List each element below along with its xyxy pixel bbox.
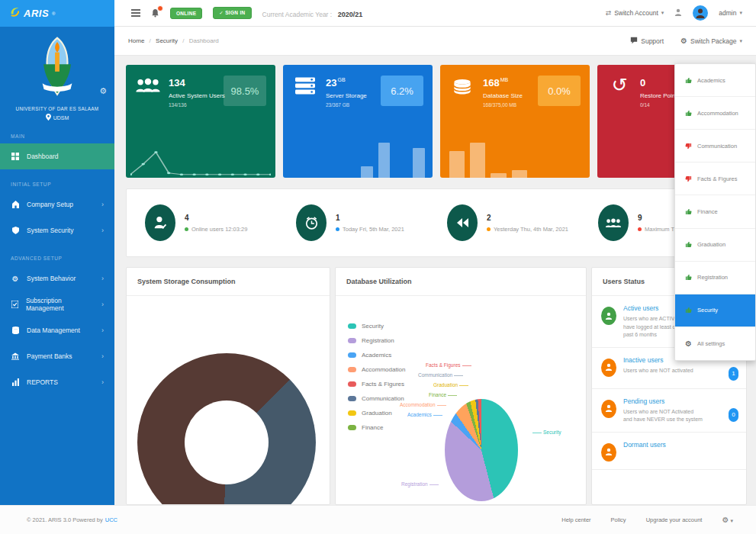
notifications-bell-icon[interactable] bbox=[151, 8, 159, 18]
card-label: Server Storage bbox=[326, 92, 367, 99]
card-value: 168 bbox=[483, 77, 500, 88]
rewind-icon bbox=[447, 204, 478, 241]
aris-swirl-logo-icon bbox=[9, 6, 21, 21]
menu-item-registration[interactable]: Registration bbox=[675, 262, 755, 294]
chevron-right-icon: › bbox=[101, 227, 104, 234]
topbar: ARIS ® ONLINE ✓ SIGN IN Current Academic… bbox=[0, 0, 756, 27]
switch-package-menu-trigger[interactable]: ⚙ Switch Package ▾ bbox=[680, 37, 742, 45]
breadcrumb-section[interactable]: Security bbox=[156, 37, 178, 44]
daily-stats-panel: 4 Online users 12:03:29 1 Today Fri, 5th… bbox=[126, 188, 747, 257]
copyright-text: © 2021. ARIS 3.0 Powered by bbox=[27, 516, 103, 523]
card-label: Database Size bbox=[483, 92, 523, 99]
upgrade-account-link[interactable]: Upgrade your account bbox=[646, 516, 703, 523]
help-center-link[interactable]: Help center bbox=[561, 516, 590, 523]
hamburger-menu-icon[interactable] bbox=[131, 9, 140, 17]
legend-item: Communication bbox=[348, 395, 405, 402]
sidebar-item-company-setup[interactable]: Company Setup › bbox=[0, 191, 114, 217]
sidebar-item-payment-banks[interactable]: Payment Banks › bbox=[0, 343, 114, 369]
pie-legend: Security Registration Academics Accommod… bbox=[348, 323, 405, 431]
card-percent-badge: 0.0% bbox=[538, 76, 581, 106]
sidebar-item-reports[interactable]: REPORTS › bbox=[0, 369, 114, 395]
users-group-icon bbox=[135, 76, 161, 108]
sidebar-section-initial-setup: INITIAL SETUP bbox=[0, 169, 114, 191]
sidebar-item-data-management[interactable]: Data Management › bbox=[0, 317, 114, 343]
sidebar-item-system-behavior[interactable]: ⚙ System Behavior › bbox=[0, 265, 114, 291]
stat-label: Today Fri, 5th Mar, 2021 bbox=[343, 226, 404, 233]
count-badge: 1 bbox=[729, 367, 738, 381]
legend-item: Academics bbox=[348, 352, 405, 359]
bottom-panels-row: System Storage Consumption Database Util… bbox=[126, 267, 747, 505]
avatar[interactable] bbox=[693, 5, 708, 21]
stat-card-active-users: 134 Active System Users 134/136 98.5% bbox=[126, 65, 275, 178]
support-link[interactable]: Support bbox=[630, 37, 664, 46]
ucc-link[interactable]: UCC bbox=[105, 516, 117, 523]
signin-status-badge[interactable]: ✓ SIGN IN bbox=[213, 7, 251, 19]
menu-item-facts-figures[interactable]: Facts & Figures bbox=[675, 162, 755, 195]
thumbs-up-icon bbox=[685, 274, 692, 281]
admin-user-menu[interactable]: admin ▾ bbox=[719, 9, 742, 17]
storage-mini-bar-chart bbox=[361, 140, 425, 178]
breadcrumb: Home / Security / Dashboard bbox=[128, 37, 219, 44]
users-sparkline-chart bbox=[130, 149, 271, 176]
menu-item-finance[interactable]: Finance bbox=[675, 195, 755, 228]
sidebar-item-system-security[interactable]: System Security › bbox=[0, 217, 114, 243]
yesterday-stat: 2 Yesterday Thu, 4th Mar, 2021 bbox=[436, 204, 587, 241]
sidebar-item-dashboard[interactable]: Dashboard bbox=[0, 143, 114, 169]
pie-callout-facts-figures: Facts & Figures bbox=[426, 362, 471, 368]
legend-item: Security bbox=[348, 323, 405, 330]
app-logo[interactable]: ARIS ® bbox=[0, 0, 114, 27]
building-icon bbox=[11, 201, 20, 208]
legend-swatch bbox=[348, 425, 356, 430]
chevron-right-icon: › bbox=[101, 275, 104, 282]
status-dot bbox=[336, 227, 339, 231]
menu-item-all-settings[interactable]: ⚙ All settings bbox=[675, 327, 755, 360]
database-pie-chart bbox=[445, 399, 518, 501]
thumbs-down-icon bbox=[685, 143, 692, 150]
legend-swatch bbox=[348, 338, 356, 343]
thumbs-up-icon bbox=[685, 307, 692, 314]
stat-cards-row: 134 Active System Users 134/136 98.5% 23… bbox=[126, 65, 747, 178]
menu-item-academics[interactable]: Academics bbox=[675, 64, 755, 97]
policy-link[interactable]: Policy bbox=[611, 516, 626, 523]
pie-callout-accommodation: Accommodation bbox=[400, 402, 446, 407]
legend-item: Graduation bbox=[348, 410, 405, 417]
footer: © 2021. ARIS 3.0 Powered by UCC Help cen… bbox=[0, 505, 756, 534]
dormant-user-icon bbox=[601, 443, 616, 462]
university-name: UNIVERSITY OF DAR ES SALAAM bbox=[9, 106, 105, 111]
pie-callout-registration: Registration bbox=[401, 481, 439, 487]
legend-item: Facts & Figures bbox=[348, 381, 405, 388]
card-sub-value: 168/375,00 MB bbox=[483, 102, 523, 108]
legend-item: Accommodation bbox=[348, 366, 405, 373]
switch-account-menu[interactable]: ⇄ Switch Account ▾ bbox=[606, 9, 664, 17]
card-sub-value: 0/14 bbox=[640, 102, 677, 108]
gear-icon: ⚙ bbox=[680, 37, 687, 45]
chevron-right-icon: › bbox=[101, 378, 104, 386]
dashboard-icon bbox=[11, 153, 20, 160]
restore-history-icon: ↺ bbox=[606, 76, 632, 108]
users-status-link[interactable]: Pending users bbox=[623, 397, 703, 405]
menu-item-communication[interactable]: Communication bbox=[675, 130, 755, 162]
breadcrumb-home[interactable]: Home bbox=[128, 37, 144, 44]
footer-settings-menu[interactable]: ⚙ ▾ bbox=[722, 516, 733, 524]
card-percent-badge: 98.5% bbox=[224, 76, 266, 106]
app-logo-text: ARIS bbox=[24, 8, 49, 19]
users-status-link[interactable]: Dormant users bbox=[623, 441, 666, 449]
breadcrumb-page: Dashboard bbox=[189, 37, 219, 44]
count-badge: 0 bbox=[729, 408, 738, 422]
legend-swatch bbox=[348, 396, 356, 401]
person-icon[interactable] bbox=[674, 6, 682, 20]
card-value: 23 bbox=[326, 77, 336, 88]
map-pin-icon bbox=[46, 114, 51, 121]
legend-swatch bbox=[348, 410, 356, 416]
menu-item-graduation[interactable]: Graduation bbox=[675, 229, 755, 262]
menu-item-security[interactable]: Security bbox=[675, 294, 755, 327]
sidebar-gear-icon[interactable]: ⚙ bbox=[99, 86, 107, 96]
aris-dashboard-screen: ARIS ® ONLINE ✓ SIGN IN Current Academic… bbox=[0, 0, 756, 534]
menu-item-accommodation[interactable]: Accommodation bbox=[675, 97, 755, 130]
sidebar-item-subscription-management[interactable]: Subscription Management › bbox=[0, 291, 114, 317]
today-stat: 1 Today Fri, 5th Mar, 2021 bbox=[285, 204, 436, 241]
chevron-down-icon: ▾ bbox=[661, 10, 664, 16]
online-status-badge[interactable]: ONLINE bbox=[170, 8, 202, 19]
switch-account-icon: ⇄ bbox=[606, 9, 612, 17]
sidebar: ⚙ UNIVERSITY OF DAR ES SALAAM UDSM MAIN … bbox=[0, 27, 114, 505]
